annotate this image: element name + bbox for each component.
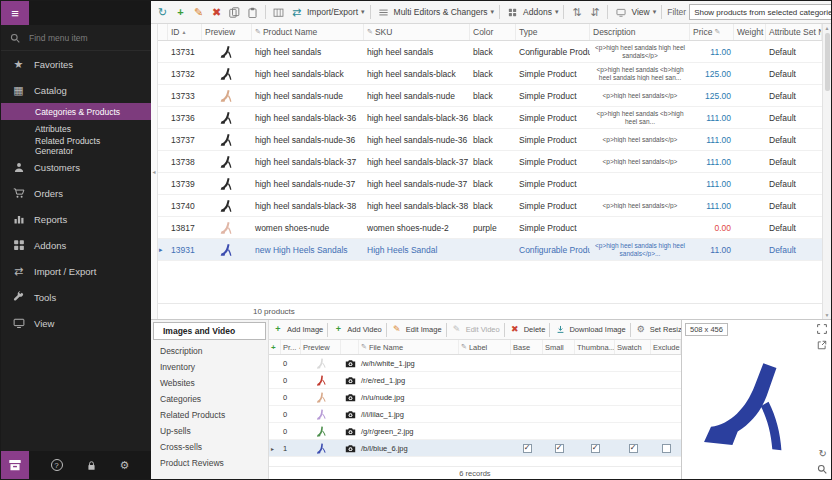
sidebar-item-related-products-generator[interactable]: Related Products Generator (1, 137, 151, 154)
help-button[interactable]: ? (51, 459, 63, 471)
sidebar-item-categories-products[interactable]: Categories & Products (1, 103, 151, 120)
header-sku[interactable]: ✎SKU (364, 24, 470, 40)
media-row[interactable]: 0 /n/u/nude.jpg (269, 389, 681, 406)
tab-product-reviews[interactable]: Product Reviews (151, 455, 268, 471)
edit-product-button[interactable]: ✎ (191, 7, 206, 18)
rotate-button[interactable]: ↻ (819, 449, 827, 459)
sidebar-item-catalog[interactable]: ▦ Catalog (1, 77, 151, 103)
header-price[interactable]: Price✎ (690, 24, 734, 40)
tab-websites[interactable]: Websites (151, 375, 268, 391)
header-thumbnail[interactable]: Thumbna... (575, 340, 615, 354)
sidebar-item-addons[interactable]: Addons (1, 232, 151, 258)
table-row[interactable]: 13739 high heel sandals-nude-37 high hee… (158, 173, 822, 195)
sort-ascending-button[interactable]: ⇅ (569, 7, 584, 18)
media-row[interactable]: 0 /l/i/lilac_1.jpg (269, 406, 681, 423)
base-checkbox[interactable]: ✓ (523, 444, 532, 453)
row-expand-icon[interactable]: ▸ (269, 445, 281, 452)
delete-image-button[interactable]: ✖Delete (509, 325, 546, 334)
import-export-button[interactable]: ⇄ Import/Export ▾ (289, 7, 365, 18)
addons-button[interactable]: Addons ▾ (505, 7, 558, 17)
header-file-name[interactable]: ✎File Name (359, 340, 459, 354)
cell-color: black (470, 157, 516, 167)
header-label[interactable]: ✎Label (459, 340, 511, 354)
paste-button[interactable] (245, 7, 260, 18)
tab-description[interactable]: Description (151, 343, 268, 359)
exclude-checkbox[interactable] (662, 444, 671, 453)
header-exclude[interactable]: Exclude (651, 340, 681, 354)
edit-video-button[interactable]: ✎Edit Video (451, 325, 500, 334)
sidebar-item-tools[interactable]: Tools (1, 284, 151, 310)
lock-button[interactable] (86, 460, 97, 471)
cell-attribute-set: Default (766, 135, 822, 145)
filter-category-select[interactable]: Show products from selected categories ▾ (689, 4, 832, 20)
column-chooser-button[interactable] (271, 7, 286, 18)
table-row[interactable]: 13733 high heel sandals-nude high heel s… (158, 85, 822, 107)
table-row[interactable]: 13738 high heel sandals-black-37 high he… (158, 151, 822, 173)
download-image-button[interactable]: Download Image (554, 325, 625, 334)
menu-search-input[interactable] (27, 32, 127, 44)
tab-inventory[interactable]: Inventory (151, 359, 268, 375)
tab-related-products[interactable]: Related Products (151, 407, 268, 423)
sidebar-item-favorites[interactable]: ★ Favorites (1, 51, 151, 77)
tab-cross-sells[interactable]: Cross-sells (151, 439, 268, 455)
header-base[interactable]: Base (511, 340, 543, 354)
row-expand-icon[interactable]: ▸ (158, 246, 168, 254)
store-button[interactable] (1, 451, 29, 479)
sidebar-item-customers[interactable]: Customers (1, 154, 151, 180)
header-swatch[interactable]: Swatch (615, 340, 651, 354)
media-row[interactable]: 0 /w/h/white_1.jpg (269, 355, 681, 372)
multi-editors-button[interactable]: Multi Editors & Changers ▾ (376, 7, 495, 18)
header-pr[interactable]: Pr...▲ (281, 340, 301, 354)
table-row[interactable]: 13732 high heel sandals-black high heel … (158, 63, 822, 85)
sidebar-item-import-export[interactable]: ⇄ Import / Export (1, 258, 151, 284)
table-row[interactable]: 13736 high heel sandals-black-36 high he… (158, 107, 822, 129)
header-weight[interactable]: Weight (734, 24, 766, 40)
scroll-up-icon[interactable]: ▲ (825, 25, 830, 31)
header-preview[interactable]: Preview (301, 340, 341, 354)
open-external-button[interactable] (817, 340, 827, 350)
header-id[interactable]: ID▲ (168, 24, 202, 40)
refresh-button[interactable]: ↻ (155, 7, 170, 18)
media-row[interactable]: 0 /g/r/green_2.jpg (269, 423, 681, 440)
add-product-button[interactable]: + (173, 7, 188, 18)
scrollbar-thumb[interactable] (825, 33, 830, 91)
header-color[interactable]: Color (470, 24, 516, 40)
hamburger-menu-button[interactable]: ≡ (1, 1, 29, 25)
sidebar-item-reports[interactable]: Reports (1, 206, 151, 232)
copy-button[interactable] (227, 7, 242, 18)
table-row[interactable]: 13737 high heel sandals-nude-36 high hee… (158, 129, 822, 151)
media-row[interactable]: 0 /r/e/red_1.jpg (269, 372, 681, 389)
sidebar-item-orders[interactable]: Orders (1, 180, 151, 206)
table-row-selected[interactable]: ▸ 13931 new High Heels Sandals High Heel… (158, 239, 822, 261)
sidebar-item-attributes[interactable]: Attributes (1, 120, 151, 137)
vertical-scrollbar[interactable]: ▲ ▼ (822, 24, 831, 319)
header-attribute-set[interactable]: Attribute Set Name (766, 24, 822, 40)
add-image-button[interactable]: +Add Image (272, 325, 323, 334)
tab-up-sells[interactable]: Up-sells (151, 423, 268, 439)
header-description[interactable]: Description (590, 24, 690, 40)
header-type[interactable]: Type (516, 24, 590, 40)
panel-splitter[interactable]: ◄ (151, 24, 158, 319)
table-row[interactable]: 13817 women shoes-nude women shoes-nude-… (158, 217, 822, 239)
edit-image-button[interactable]: ✎Edit Image (391, 325, 442, 334)
tab-categories[interactable]: Categories (151, 391, 268, 407)
zoom-button[interactable] (817, 464, 827, 474)
scroll-down-icon[interactable]: ▼ (825, 312, 830, 318)
small-checkbox[interactable]: ✓ (555, 444, 564, 453)
add-video-button[interactable]: +Add Video (332, 325, 381, 334)
sidebar-item-view[interactable]: View (1, 310, 151, 336)
header-product-name[interactable]: ✎Product Name (252, 24, 364, 40)
header-small[interactable]: Small (543, 340, 575, 354)
tab-images-and-video[interactable]: Images and Video (153, 322, 266, 340)
header-preview[interactable]: Preview (202, 24, 252, 40)
media-row-selected[interactable]: ▸ 1 /b/l/blue_6.jpg ✓ ✓ ✓ ✓ (269, 440, 681, 457)
table-row[interactable]: 13731 high heel sandals high heel sandal… (158, 41, 822, 63)
sort-descending-button[interactable]: ⇵ (587, 7, 602, 18)
settings-button[interactable]: ⚙ (120, 459, 130, 472)
delete-product-button[interactable]: ✖ (209, 7, 224, 18)
thumbnail-checkbox[interactable]: ✓ (591, 444, 600, 453)
fullscreen-button[interactable] (817, 324, 827, 334)
view-button[interactable]: View ▾ (613, 7, 656, 17)
swatch-checkbox[interactable]: ✓ (629, 444, 638, 453)
table-row[interactable]: 13740 high heel sandals-black-38 high he… (158, 195, 822, 217)
